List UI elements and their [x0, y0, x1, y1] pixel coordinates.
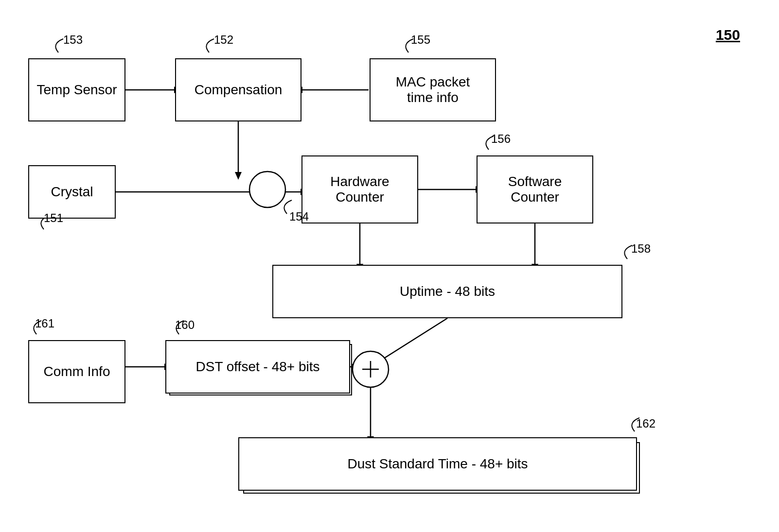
comm-info-box: Comm Info: [28, 340, 125, 403]
ref-161: 161: [35, 317, 54, 330]
ref-154: 154: [289, 210, 309, 223]
ref-160: 160: [175, 318, 195, 332]
hardware-counter-box: HardwareCounter: [301, 155, 418, 223]
temp-sensor-box: Temp Sensor: [28, 58, 125, 121]
diagram: Temp Sensor Compensation MAC packettime …: [0, 0, 779, 532]
ref-158: 158: [631, 242, 651, 256]
ref-162: 162: [636, 417, 655, 430]
svg-point-24: [249, 172, 285, 207]
uptime-box: Uptime - 48 bits: [272, 265, 622, 318]
compensation-box: Compensation: [175, 58, 301, 121]
mac-packet-box: MAC packettime info: [370, 58, 496, 121]
software-counter-box: SoftwareCounter: [477, 155, 593, 223]
ref-152: 152: [214, 33, 233, 47]
dust-standard-time-box: Dust Standard Time - 48+ bits: [238, 437, 637, 491]
dst-offset-box: DST offset - 48+ bits: [165, 340, 350, 394]
svg-marker-5: [235, 172, 242, 180]
ref-155: 155: [411, 33, 430, 47]
ref-156: 156: [491, 132, 511, 146]
crystal-box: Crystal: [28, 165, 116, 219]
ref-153: 153: [63, 33, 83, 47]
ref-151: 151: [44, 211, 63, 225]
diagram-title: 150: [716, 27, 740, 43]
